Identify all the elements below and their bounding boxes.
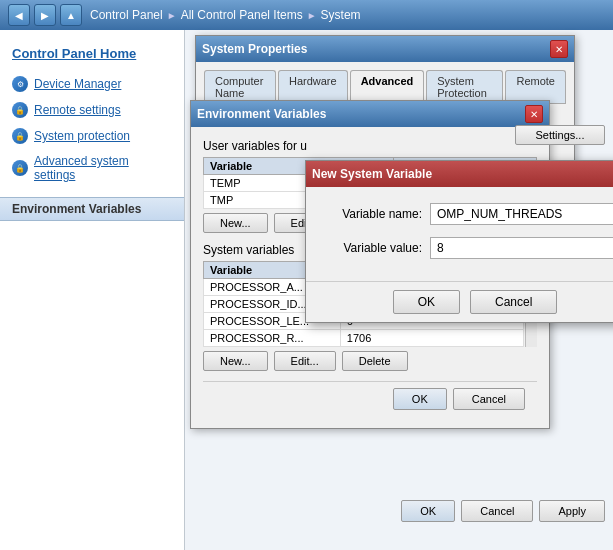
new-var-title: New System Variable — [312, 167, 432, 181]
new-var-titlebar: New System Variable ✕ — [306, 161, 613, 187]
sidebar-item-device-manager[interactable]: ⚙ Device Manager — [0, 71, 184, 97]
variable-value-input[interactable] — [430, 237, 613, 259]
variable-name-label: Variable name: — [322, 207, 422, 221]
new-system-variable-dialog: New System Variable ✕ Variable name: Var… — [305, 160, 613, 323]
variable-name-input[interactable] — [430, 203, 613, 225]
breadcrumb-system[interactable]: System — [321, 8, 361, 22]
new-var-body: Variable name: Variable value: — [306, 187, 613, 281]
sys-new-button[interactable]: New... — [203, 351, 268, 371]
tab-advanced[interactable]: Advanced — [350, 70, 425, 104]
env-vars-footer: OK Cancel — [203, 381, 537, 416]
sys-edit-button[interactable]: Edit... — [274, 351, 336, 371]
system-props-close-button[interactable]: ✕ — [550, 40, 568, 58]
new-var-cancel-button[interactable]: Cancel — [470, 290, 557, 314]
device-manager-icon: ⚙ — [12, 76, 28, 92]
remote-settings-icon: 🔒 — [12, 102, 28, 118]
tab-computer-name[interactable]: Computer Name — [204, 70, 276, 103]
env-vars-cancel-button[interactable]: Cancel — [453, 388, 525, 410]
breadcrumb: Control Panel ► All Control Panel Items … — [90, 8, 361, 22]
forward-button[interactable]: ▶ — [34, 4, 56, 26]
sidebar-label-device-manager: Device Manager — [34, 77, 121, 91]
tab-remote[interactable]: Remote — [505, 70, 566, 103]
sidebar-label-system-protection: System protection — [34, 129, 130, 143]
sys-vars-buttons: New... Edit... Delete — [203, 351, 537, 371]
control-panel-home-link[interactable]: Control Panel Home — [0, 40, 184, 71]
tab-hardware[interactable]: Hardware — [278, 70, 348, 103]
new-var-footer: OK Cancel — [306, 281, 613, 322]
env-vars-close-button[interactable]: ✕ — [525, 105, 543, 123]
left-panel: Control Panel Home ⚙ Device Manager 🔒 Re… — [0, 30, 185, 550]
user-new-button[interactable]: New... — [203, 213, 268, 233]
variable-value-label: Variable value: — [322, 241, 422, 255]
sys-var-processor-r: PROCESSOR_R... — [204, 330, 341, 347]
breadcrumb-sep1: ► — [167, 10, 177, 21]
right-panel: System Properties ✕ Computer Name Hardwa… — [185, 30, 613, 550]
sidebar-item-system-protection[interactable]: 🔒 System protection — [0, 123, 184, 149]
system-props-ok-button[interactable]: OK — [401, 500, 455, 522]
back-button[interactable]: ◀ — [8, 4, 30, 26]
env-vars-title: Environment Variables — [197, 107, 326, 121]
up-button[interactable]: ▲ — [60, 4, 82, 26]
nav-controls: ◀ ▶ ▲ — [8, 4, 82, 26]
breadcrumb-all-items[interactable]: All Control Panel Items — [181, 8, 303, 22]
sidebar-label-advanced-settings: Advanced system settings — [34, 154, 172, 182]
new-var-ok-button[interactable]: OK — [393, 290, 460, 314]
breadcrumb-sep2: ► — [307, 10, 317, 21]
startup-settings-button[interactable]: Settings... — [515, 125, 605, 145]
variable-value-row: Variable value: — [322, 237, 613, 259]
system-props-titlebar: System Properties ✕ — [196, 36, 574, 62]
user-variables-label: User variables for u — [203, 139, 537, 153]
env-vars-section-header: Environment Variables — [0, 197, 184, 221]
sys-val-processor-r: 1706 — [340, 330, 523, 347]
env-vars-titlebar: Environment Variables ✕ — [191, 101, 549, 127]
sidebar-item-advanced-settings[interactable]: 🔒 Advanced system settings — [0, 149, 184, 187]
title-bar: ◀ ▶ ▲ Control Panel ► All Control Panel … — [0, 0, 613, 30]
sidebar-item-remote-settings[interactable]: 🔒 Remote settings — [0, 97, 184, 123]
advanced-settings-icon: 🔒 — [12, 160, 28, 176]
system-props-apply-button[interactable]: Apply — [539, 500, 605, 522]
tab-system-protection[interactable]: System Protection — [426, 70, 503, 103]
sidebar-label-remote-settings: Remote settings — [34, 103, 121, 117]
sys-delete-button[interactable]: Delete — [342, 351, 408, 371]
variable-name-row: Variable name: — [322, 203, 613, 225]
system-props-title: System Properties — [202, 42, 307, 56]
env-vars-ok-button[interactable]: OK — [393, 388, 447, 410]
system-protection-icon: 🔒 — [12, 128, 28, 144]
tab-row: Computer Name Hardware Advanced System P… — [204, 70, 566, 104]
main-area: Control Panel Home ⚙ Device Manager 🔒 Re… — [0, 30, 613, 550]
breadcrumb-control-panel[interactable]: Control Panel — [90, 8, 163, 22]
system-props-cancel-button[interactable]: Cancel — [461, 500, 533, 522]
table-row[interactable]: PROCESSOR_R... 1706 — [204, 330, 524, 347]
